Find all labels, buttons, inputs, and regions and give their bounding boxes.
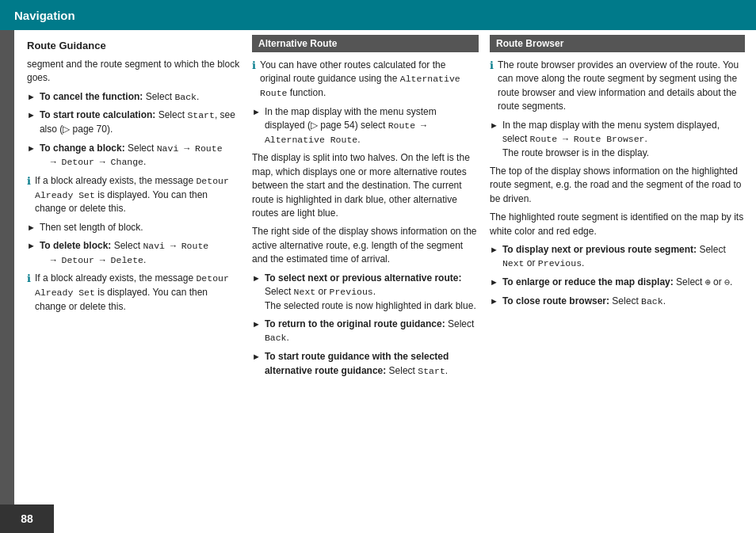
bullet-select-alt: ► To select next or previous alternative… (252, 272, 479, 313)
info-icon-2: ℹ (27, 272, 31, 314)
bullet-return-original-text: To return to the original route guidance… (265, 318, 479, 345)
alt-route-header: Alternative Route (252, 35, 479, 52)
page-number: 88 (0, 504, 54, 533)
bullet-start-selected: ► To start route guidance with the selec… (252, 350, 479, 378)
bullet-start-route-text: To start route calculation: Select Start… (40, 109, 241, 136)
bullet-rb-next-prev: ► To display next or previous route segm… (490, 243, 745, 271)
info-icon-3: ℹ (252, 59, 256, 101)
left-accent (0, 30, 14, 533)
bullet-rb-zoom: ► To enlarge or reduce the map display: … (490, 276, 745, 290)
bullet-rb-map: ► In the map display with the menu syste… (490, 119, 745, 160)
info-block-2: ℹ If a block already exists, the message… (27, 272, 241, 314)
rb-para4: The highlighted route segment is identif… (490, 211, 745, 238)
arrow-icon-3: ► (27, 143, 36, 169)
route-browser-header: Route Browser (490, 35, 745, 52)
bullet-delete-block-text: To delete block: Select Navi → Route → D… (40, 239, 208, 267)
bullet-map-display: ► In the map display with the menu syste… (252, 105, 479, 147)
bullet-set-length-text: Then set length of block. (40, 221, 143, 234)
info-block-1-text: If a block already exists, the message D… (35, 174, 241, 216)
alt-route-info: ℹ You can have other routes calculated f… (252, 59, 479, 101)
arrow-icon-8: ► (252, 318, 261, 345)
bullet-rb-next-prev-text: To display next or previous route segmen… (502, 243, 745, 271)
content-area: Route Guidance segment and the route seg… (14, 30, 756, 533)
arrow-icon-5: ► (27, 240, 36, 267)
route-browser-info: ℹ The route browser provides an overview… (490, 59, 745, 114)
col-right: Route Browser ℹ The route browser provid… (490, 30, 756, 533)
arrow-icon-7: ► (252, 272, 261, 313)
bullet-cancel-text: To cancel the function: Select Back. (40, 90, 199, 105)
page-body: Route Guidance segment and the route seg… (0, 30, 756, 533)
bullet-rb-zoom-text: To enlarge or reduce the map display: Se… (502, 276, 732, 290)
bullet-change-block-text: To change a block: Select Navi → Route →… (40, 142, 223, 169)
arrow-icon-1: ► (27, 91, 36, 105)
arrow-icon-10: ► (490, 120, 498, 160)
bullet-rb-close-text: To close route browser: Select Back. (502, 295, 666, 309)
info-icon-1: ℹ (27, 174, 31, 216)
bullet-select-alt-text: To select next or previous alternative r… (265, 272, 479, 313)
col-mid: Alternative Route ℹ You can have other r… (252, 30, 490, 533)
bullet-rb-close: ► To close route browser: Select Back. (490, 295, 745, 309)
alt-route-info-text: You can have other routes calculated for… (260, 59, 479, 101)
arrow-icon-13: ► (490, 295, 498, 309)
route-guidance-title: Route Guidance (27, 40, 241, 51)
arrow-icon-6: ► (252, 106, 261, 147)
arrow-icon-2: ► (27, 109, 36, 136)
route-browser-info-text: The route browser provides an overview o… (498, 59, 745, 114)
info-block-2-text: If a block already exists, the message D… (35, 272, 241, 314)
bullet-start-selected-text: To start route guidance with the selecte… (265, 350, 479, 378)
arrow-icon-9: ► (252, 351, 261, 378)
arrow-icon-4: ► (27, 222, 36, 234)
arrow-icon-11: ► (490, 244, 498, 271)
bullet-change-block: ► To change a block: Select Navi → Route… (27, 142, 241, 169)
bullet-delete-block: ► To delete block: Select Navi → Route →… (27, 239, 241, 267)
header: Navigation (0, 0, 756, 30)
bullet-return-original: ► To return to the original route guidan… (252, 318, 479, 345)
header-title: Navigation (14, 9, 75, 22)
arrow-icon-12: ► (490, 276, 498, 290)
rb-para3: The top of the display shows information… (490, 165, 745, 206)
info-block-1: ℹ If a block already exists, the message… (27, 174, 241, 216)
bullet-cancel: ► To cancel the function: Select Back. (27, 90, 241, 105)
bullet-map-display-text: In the map display with the menu system … (265, 105, 479, 147)
bullet-set-length: ► Then set length of block. (27, 221, 241, 234)
alt-route-para2: The display is split into two halves. On… (252, 151, 479, 220)
col-left: Route Guidance segment and the route seg… (14, 30, 252, 533)
bullet-rb-map-text: In the map display with the menu system … (502, 119, 745, 160)
alt-route-para3: The right side of the display shows info… (252, 225, 479, 266)
intro-text: segment and the route segment to which t… (27, 58, 241, 86)
bullet-start-route: ► To start route calculation: Select Sta… (27, 109, 241, 136)
info-icon-4: ℹ (490, 59, 494, 114)
